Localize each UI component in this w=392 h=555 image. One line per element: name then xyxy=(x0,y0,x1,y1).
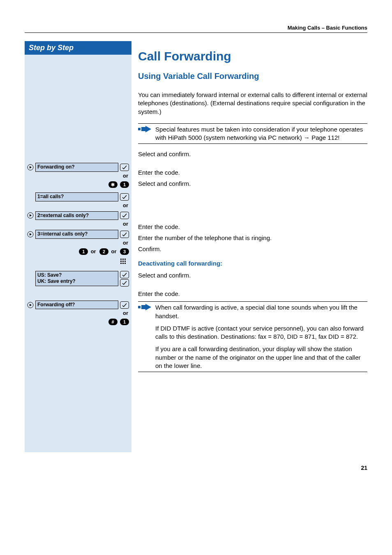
scroll-arrow-icon xyxy=(27,164,34,171)
confirm-key-icon xyxy=(120,193,129,201)
svg-rect-21 xyxy=(141,305,145,309)
or-label: or xyxy=(25,310,128,316)
svg-rect-18 xyxy=(141,127,145,131)
two-key-icon: 2 xyxy=(99,248,108,255)
scroll-arrow-icon xyxy=(27,302,34,308)
or-inline: or xyxy=(91,248,96,254)
svg-rect-8 xyxy=(125,259,126,260)
svg-rect-17 xyxy=(138,128,141,130)
svg-marker-3 xyxy=(30,214,32,217)
keypad-icon xyxy=(120,258,129,266)
note2-para3: If you are a call forwarding destination… xyxy=(155,345,367,370)
svg-marker-1 xyxy=(30,166,32,169)
confirm-key-icon xyxy=(120,164,129,171)
step-confirm: Confirm. xyxy=(138,245,367,252)
svg-rect-20 xyxy=(138,306,141,308)
display-internal-only: 3=internal calls only? xyxy=(35,230,118,239)
deactivate-heading: Deactivating call forwarding: xyxy=(138,260,367,267)
confirm-key-icon xyxy=(120,231,129,238)
svg-rect-6 xyxy=(120,259,122,260)
key-sequence-123: 1 or 2 or 3 xyxy=(25,247,131,256)
display-all-calls: 1=all calls? xyxy=(35,192,118,201)
svg-marker-16 xyxy=(30,304,32,306)
one-key-icon: 1 xyxy=(79,248,88,255)
step-select-confirm: Select and confirm. xyxy=(138,150,367,157)
or-label: or xyxy=(25,221,128,227)
svg-marker-22 xyxy=(145,304,151,310)
note2-para1: When call forwarding is active, a specia… xyxy=(155,303,367,320)
intro-paragraph: You can immediately forward internal or … xyxy=(138,91,367,116)
svg-rect-13 xyxy=(122,263,124,264)
svg-rect-10 xyxy=(122,261,124,262)
svg-rect-9 xyxy=(120,261,122,262)
confirm-key-icon xyxy=(120,212,129,219)
step-column-header: Step by Step xyxy=(25,41,131,55)
note-box: Special features must be taken into cons… xyxy=(138,123,367,144)
page-number: 21 xyxy=(25,465,367,471)
step-enter-number: Enter the number of the telephone that i… xyxy=(138,234,367,241)
confirm-key-icon xyxy=(120,301,129,309)
or-label: or xyxy=(25,202,128,208)
scroll-arrow-icon xyxy=(27,212,34,219)
display-forwarding-on: Forwarding on? xyxy=(35,163,118,172)
note-text: Special features must be taken into cons… xyxy=(154,125,367,142)
note-arrow-icon xyxy=(138,125,152,135)
display-external-only: 2=external calls only? xyxy=(35,211,118,220)
step-select-confirm: Select and confirm. xyxy=(138,272,367,279)
note2-para2: If DID DTMF is active (contact your serv… xyxy=(155,324,367,341)
key-sequence: ✱ 1 xyxy=(25,180,131,189)
svg-marker-19 xyxy=(145,126,151,132)
one-key-icon: 1 xyxy=(120,319,129,325)
svg-rect-12 xyxy=(120,263,122,264)
step-enter-code: Enter the code. xyxy=(138,223,367,230)
save-uk-text: UK: Save entry? xyxy=(37,278,76,284)
display-save: US: Save? UK: Save entry? xyxy=(35,271,118,286)
content-column: Call Forwarding Using Variable Call Forw… xyxy=(138,41,367,452)
three-key-icon: 3 xyxy=(120,248,129,255)
svg-rect-7 xyxy=(122,259,124,260)
or-inline: or xyxy=(111,248,117,254)
save-us-text: US: Save? xyxy=(37,272,62,278)
note-arrow-icon xyxy=(138,303,152,313)
section-title: Call Forwarding xyxy=(138,49,367,63)
subsection-title: Using Variable Call Forwarding xyxy=(138,72,367,81)
step-enter-code: Enter the code. xyxy=(138,169,367,176)
svg-marker-5 xyxy=(30,233,32,236)
svg-rect-11 xyxy=(125,261,126,262)
page-header: Making Calls – Basic Functions xyxy=(25,25,367,33)
one-key-icon: 1 xyxy=(120,181,129,188)
or-label: or xyxy=(25,240,128,246)
star-key-icon: ✱ xyxy=(108,181,118,188)
key-sequence: # 1 xyxy=(25,318,131,326)
note-box-2: When call forwarding is active, a specia… xyxy=(138,301,367,372)
confirm-key-icon xyxy=(120,271,129,278)
hash-key-icon: # xyxy=(108,319,118,325)
svg-rect-14 xyxy=(125,263,126,264)
display-forwarding-off: Forwarding off? xyxy=(35,301,118,310)
step-select-confirm: Select and confirm. xyxy=(138,180,367,187)
scroll-arrow-icon xyxy=(27,231,34,238)
step-column: Step by Step Forwarding on? or ✱ 1 xyxy=(25,41,131,452)
or-label: or xyxy=(25,173,128,179)
confirm-key-icon xyxy=(120,279,129,287)
step-enter-code: Enter the code. xyxy=(138,290,367,297)
